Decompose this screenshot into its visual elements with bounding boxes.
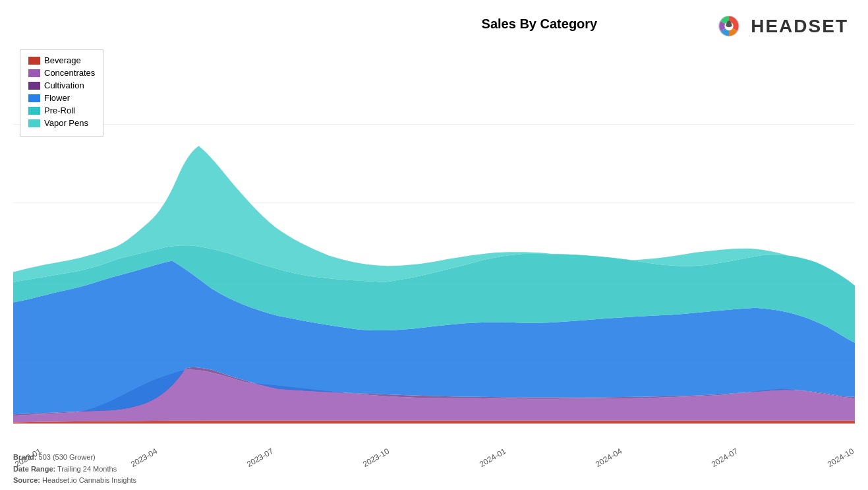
- legend-label-vapor-pens: Vapor Pens: [44, 118, 88, 128]
- logo-area: HEADSET: [712, 10, 848, 43]
- legend-label-preroll: Pre-Roll: [44, 106, 75, 115]
- legend-item-flower: Flower: [28, 93, 95, 103]
- source-label: Source:: [13, 476, 40, 484]
- footer-brand: Brand: 503 (530 Grower): [13, 452, 136, 464]
- legend-item-vapor-pens: Vapor Pens: [28, 118, 95, 128]
- headset-logo-icon: [712, 10, 745, 43]
- legend-swatch-vapor-pens: [28, 119, 40, 127]
- footer-info: Brand: 503 (530 Grower) Date Range: Trai…: [13, 452, 136, 487]
- x-label-4: 2024-01: [478, 446, 507, 469]
- x-label-3: 2023-10: [361, 446, 391, 469]
- x-label-2: 2023-07: [245, 446, 275, 469]
- legend-swatch-flower: [28, 94, 40, 102]
- legend-item-beverage: Beverage: [28, 55, 95, 65]
- date-range-value: Trailing 24 Months: [57, 465, 117, 473]
- logo-text: HEADSET: [751, 16, 848, 37]
- x-label-7: 2024-10: [826, 446, 855, 469]
- legend-label-flower: Flower: [44, 93, 70, 103]
- brand-label: Brand:: [13, 453, 36, 461]
- legend-label-cultivation: Cultivation: [44, 80, 84, 90]
- legend-item-preroll: Pre-Roll: [28, 106, 95, 115]
- x-axis-labels: 2023-01 2023-04 2023-07 2023-10 2024-01 …: [13, 461, 855, 470]
- legend-swatch-preroll: [28, 107, 40, 115]
- chart-legend: Beverage Concentrates Cultivation Flower…: [20, 49, 103, 137]
- footer-date-range: Date Range: Trailing 24 Months: [13, 464, 136, 475]
- chart-title: Sales By Category: [366, 10, 713, 32]
- date-range-label: Date Range:: [13, 465, 55, 473]
- brand-value: 503 (530 Grower): [39, 453, 96, 461]
- footer-source: Source: Headset.io Cannabis Insights: [13, 475, 136, 487]
- legend-label-beverage: Beverage: [44, 55, 81, 65]
- chart-container: Sales By Category HEADSET Beverage: [0, 0, 868, 490]
- chart-header: Sales By Category HEADSET: [13, 7, 855, 46]
- legend-label-concentrates: Concentrates: [44, 68, 95, 78]
- legend-swatch-cultivation: [28, 82, 40, 90]
- x-label-5: 2024-04: [594, 446, 623, 469]
- chart-svg-area: [13, 46, 855, 437]
- legend-swatch-beverage: [28, 57, 40, 65]
- area-chart: [13, 46, 855, 437]
- x-label-6: 2024-07: [710, 446, 739, 469]
- legend-item-concentrates: Concentrates: [28, 68, 95, 78]
- legend-swatch-concentrates: [28, 69, 40, 77]
- source-value: Headset.io Cannabis Insights: [42, 476, 136, 484]
- legend-item-cultivation: Cultivation: [28, 80, 95, 90]
